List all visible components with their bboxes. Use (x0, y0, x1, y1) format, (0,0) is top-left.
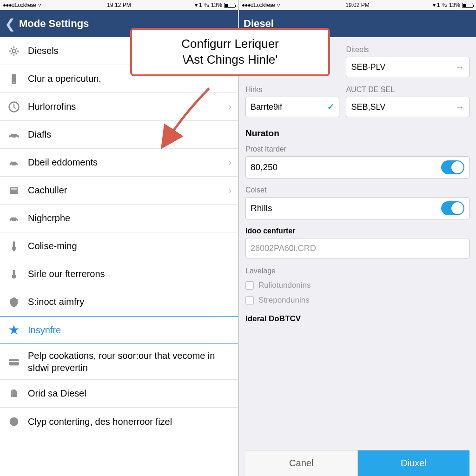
svg-rect-9 (11, 188, 17, 189)
list-item[interactable]: Sirle our fterrerons (0, 260, 238, 288)
row-label: Sirle our fterrerons (28, 269, 231, 279)
field-label: Idoo cenfurter (245, 227, 469, 235)
confirm-button[interactable]: Diuxel (358, 450, 470, 476)
section-heading: Ideral DoBTCV (245, 314, 469, 324)
row-icon (7, 239, 21, 254)
list-item[interactable]: Dbeil eddoments› (0, 149, 238, 177)
clock: 19:12 PM (107, 2, 131, 8)
button-bar: Canel Diuxel (245, 450, 469, 476)
field-label: Diteels (346, 46, 469, 54)
callout-tooltip: Configurr Leriquer \Ast Chings Hinle' (130, 28, 330, 76)
wifi-icon: ᯤ (277, 2, 282, 8)
svg-point-18 (10, 417, 19, 426)
check-icon: ✓ (327, 102, 334, 112)
callout-line1: Configurr Leriquer (140, 36, 320, 52)
row-icon (7, 386, 21, 401)
row-icon (7, 99, 21, 114)
row-icon (7, 323, 21, 337)
checkbox-option[interactable]: Ruliotundonins (245, 281, 469, 290)
list-item[interactable]: Orid sa Diesel (0, 380, 238, 408)
toggle-switch[interactable] (441, 160, 464, 174)
row-icon (7, 44, 21, 59)
cancel-button[interactable]: Canel (245, 450, 358, 476)
field-label: Colset (245, 186, 469, 194)
page-title: Mode Settings (19, 18, 89, 30)
field-label: AUCT DE SEL (346, 86, 469, 94)
chevron-right-icon: › (228, 101, 231, 113)
toggle-switch[interactable] (441, 201, 464, 215)
svg-point-10 (10, 220, 12, 222)
back-button[interactable]: ❮ (5, 16, 15, 32)
row-icon (7, 295, 21, 310)
signal-icon: ●●●o1.ookhese (3, 2, 36, 8)
signal-icon: ●●●o1.ookhese (242, 2, 275, 8)
checkbox-icon (245, 281, 254, 290)
list-item[interactable]: Insynfre (0, 316, 238, 344)
idoo-input[interactable]: 26002PA60i.CRD (245, 238, 469, 258)
row-label: S:inoct aimfry (28, 297, 231, 307)
battery-icon (462, 3, 473, 8)
row-icon (7, 183, 21, 198)
option-label: Strepondunins (258, 296, 310, 305)
auct-select[interactable]: SEB,SLV → (346, 97, 469, 117)
callout-line2: \Ast Chings Hinle' (140, 52, 320, 68)
row-icon (7, 211, 21, 226)
battery-percent: 13% (211, 2, 222, 8)
input-value: 80,250 (251, 162, 278, 172)
chevron-right-icon: › (228, 157, 231, 169)
field-label: Lavelage (245, 267, 469, 275)
callout-arrow-icon (158, 84, 214, 151)
battery-indicator: ▾ 1 ⁹⁄₄ (195, 2, 209, 8)
option-label: Ruliotundonins (258, 281, 311, 290)
svg-point-7 (16, 164, 18, 166)
row-icon (7, 127, 21, 142)
list-item[interactable]: Colise-ming (0, 232, 238, 260)
list-item[interactable]: Pelp cookations, rour soor:our that veco… (0, 344, 238, 380)
select-value: Barrte9if (251, 102, 282, 112)
chevron-right-icon: → (455, 102, 464, 112)
row-icon (7, 267, 21, 282)
svg-point-5 (16, 136, 18, 138)
diteels-select[interactable]: SEB·PLV → (346, 57, 469, 77)
svg-rect-16 (9, 361, 19, 362)
row-label: Nighcrphe (28, 213, 231, 224)
row-icon (7, 354, 21, 369)
svg-rect-17 (11, 390, 13, 397)
form: Diteels SEB·PLV → Hirks Barrte9if ✓ AUCT… (239, 37, 476, 476)
svg-rect-15 (9, 359, 19, 365)
svg-point-4 (10, 136, 12, 138)
colset-toggle-row: Rhills (245, 197, 469, 219)
checkbox-option[interactable]: Strepondunins (245, 296, 469, 305)
list-item[interactable]: Clyp conterting, des honerroor fizel (0, 408, 238, 436)
row-label: Dbeil eddoments (28, 157, 228, 168)
svg-point-11 (16, 220, 18, 222)
clock: 19:02 PM (345, 2, 369, 8)
svg-rect-8 (10, 187, 18, 194)
svg-point-6 (10, 164, 12, 166)
svg-point-0 (13, 49, 16, 53)
battery-percent: 13% (449, 2, 460, 8)
field-label: Prost Itarder (245, 145, 469, 153)
select-value: SEB,SLV (351, 102, 385, 112)
svg-rect-13 (13, 270, 15, 274)
list-item[interactable]: Nighcrphe (0, 205, 238, 232)
svg-point-14 (12, 274, 16, 278)
chevron-right-icon: → (455, 62, 464, 73)
chevron-right-icon: › (228, 185, 231, 197)
row-icon (7, 155, 21, 170)
list-item[interactable]: S:inoct aimfry (0, 288, 238, 316)
row-label: Insynfre (28, 325, 231, 336)
row-label: Orid sa Diesel (28, 388, 231, 399)
row-icon (7, 414, 21, 429)
battery-icon (224, 3, 235, 8)
section-heading: Nuraton (245, 128, 469, 139)
checkbox-icon (245, 296, 254, 304)
select-value: SEB·PLV (351, 62, 385, 72)
list-item[interactable]: Cachuller› (0, 177, 238, 205)
row-label: Clyp conterting, des honerroor fizel (28, 416, 231, 427)
hirks-select[interactable]: Barrte9if ✓ (245, 97, 339, 117)
row-label: Cachuller (28, 185, 228, 196)
row-icon (7, 72, 21, 86)
row-label: Pelp cookations, rour soor:our that veco… (28, 350, 231, 374)
input-value: Rhills (251, 203, 272, 213)
